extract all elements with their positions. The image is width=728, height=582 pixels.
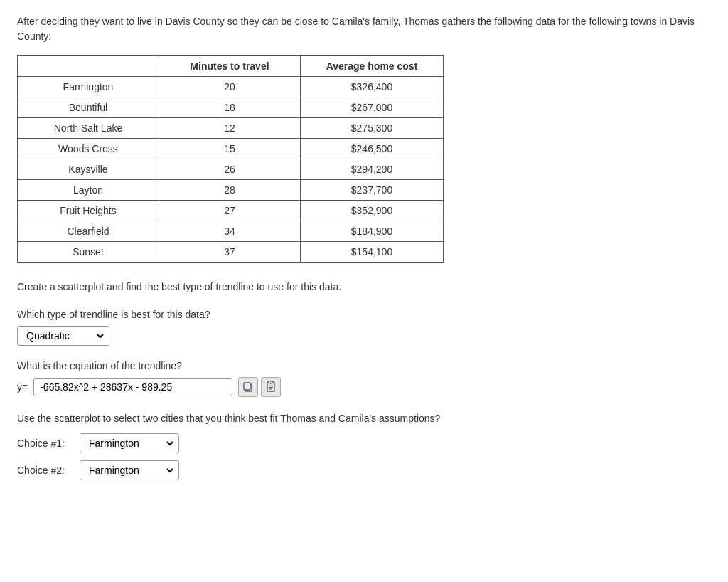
col-header-minutes: Minutes to travel — [159, 56, 300, 77]
table-cell-minutes: 37 — [159, 242, 300, 263]
copy-icon-2[interactable] — [261, 377, 281, 397]
trendline-dropdown-wrapper[interactable]: QuadraticLinearExponentialLogarithmicPow… — [17, 326, 109, 346]
table-cell-town: Bountiful — [18, 97, 159, 118]
table-cell-minutes: 26 — [159, 159, 300, 180]
svg-rect-3 — [269, 381, 273, 383]
table-cell-cost: $352,900 — [300, 201, 443, 221]
table-cell-cost: $154,100 — [300, 242, 443, 263]
table-row: Woods Cross15$246,500 — [18, 139, 444, 159]
table-row: Kaysville26$294,200 — [18, 159, 444, 180]
choice2-row: Choice #2: FarmingtonBountifulNorth Salt… — [17, 460, 711, 480]
table-cell-town: Woods Cross — [18, 139, 159, 159]
table-cell-town: Fruit Heights — [18, 201, 159, 221]
table-cell-minutes: 20 — [159, 77, 300, 97]
choice1-dropdown-wrapper[interactable]: FarmingtonBountifulNorth Salt LakeWoods … — [80, 433, 179, 453]
table-row: Sunset37$154,100 — [18, 242, 444, 263]
trendline-question: Which type of trendline is best for this… — [17, 309, 711, 320]
table-cell-cost: $267,000 — [300, 97, 443, 118]
choice2-select[interactable]: FarmingtonBountifulNorth Salt LakeWoods … — [83, 462, 176, 478]
table-cell-minutes: 18 — [159, 97, 300, 118]
table-row: Clearfield34$184,900 — [18, 221, 444, 242]
table-cell-minutes: 34 — [159, 221, 300, 242]
table-row: Bountiful18$267,000 — [18, 97, 444, 118]
table-cell-minutes: 28 — [159, 180, 300, 201]
table-cell-town: Sunset — [18, 242, 159, 263]
table-row: Layton28$237,700 — [18, 180, 444, 201]
choice2-label: Choice #2: — [17, 465, 74, 476]
table-cell-cost: $246,500 — [300, 139, 443, 159]
svg-rect-1 — [244, 383, 250, 390]
copy-icon-1[interactable] — [238, 377, 258, 397]
choice2-dropdown-wrapper[interactable]: FarmingtonBountifulNorth Salt LakeWoods … — [80, 460, 179, 480]
table-row: Fruit Heights27$352,900 — [18, 201, 444, 221]
table-cell-minutes: 12 — [159, 118, 300, 139]
table-cell-town: Farmington — [18, 77, 159, 97]
table-cell-cost: $326,400 — [300, 77, 443, 97]
col-header-cost: Average home cost — [300, 56, 443, 77]
table-cell-town: North Salt Lake — [18, 118, 159, 139]
table-row: North Salt Lake12$275,300 — [18, 118, 444, 139]
intro-text: After deciding they want to live in Davi… — [17, 14, 711, 44]
table-cell-minutes: 27 — [159, 201, 300, 221]
equation-input[interactable] — [33, 378, 232, 396]
table-cell-cost: $294,200 — [300, 159, 443, 180]
table-cell-cost: $184,900 — [300, 221, 443, 242]
table-cell-town: Layton — [18, 180, 159, 201]
table-cell-minutes: 15 — [159, 139, 300, 159]
table-row: Farmington20$326,400 — [18, 77, 444, 97]
equation-question: What is the equation of the trendline? — [17, 360, 711, 371]
equation-prefix: y= — [17, 381, 28, 393]
table-cell-cost: $275,300 — [300, 118, 443, 139]
trendline-select[interactable]: QuadraticLinearExponentialLogarithmicPow… — [21, 328, 106, 344]
table-cell-town: Clearfield — [18, 221, 159, 242]
choice1-select[interactable]: FarmingtonBountifulNorth Salt LakeWoods … — [83, 435, 176, 451]
choice1-row: Choice #1: FarmingtonBountifulNorth Salt… — [17, 433, 711, 453]
choice1-label: Choice #1: — [17, 438, 74, 449]
col-header-town — [18, 56, 159, 77]
table-cell-cost: $237,700 — [300, 180, 443, 201]
scatter-instruction: Create a scatterplot and find the best t… — [17, 280, 711, 295]
table-cell-town: Kaysville — [18, 159, 159, 180]
data-table: Minutes to travel Average home cost Farm… — [17, 55, 444, 263]
city-question: Use the scatterplot to select two cities… — [17, 411, 711, 426]
